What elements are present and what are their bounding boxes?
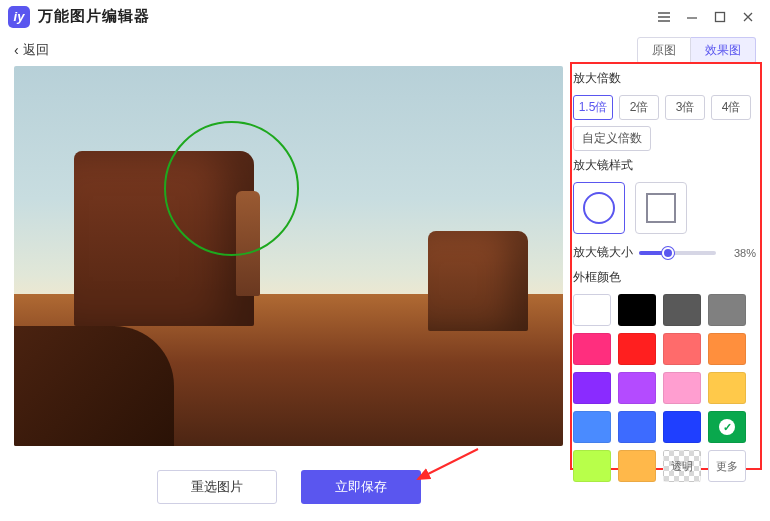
swatch-white[interactable] bbox=[573, 294, 611, 326]
tab-original[interactable]: 原图 bbox=[637, 37, 691, 64]
swatch-violet[interactable] bbox=[618, 372, 656, 404]
swatch-magenta[interactable] bbox=[573, 333, 611, 365]
reselect-button[interactable]: 重选图片 bbox=[157, 470, 277, 504]
toolbar: ‹ 返回 原图 效果图 bbox=[0, 34, 770, 66]
swatch-more[interactable]: 更多 bbox=[708, 450, 746, 482]
swatch-black[interactable] bbox=[618, 294, 656, 326]
swatch-green-selected[interactable]: ✓ bbox=[708, 411, 746, 443]
back-button[interactable]: ‹ 返回 bbox=[14, 41, 49, 59]
size-slider-row: 放大镜大小 38% bbox=[573, 244, 756, 261]
swatch-pink[interactable] bbox=[663, 372, 701, 404]
swatch-orange[interactable] bbox=[708, 333, 746, 365]
canvas-butte-right bbox=[428, 231, 528, 331]
minimize-button[interactable] bbox=[678, 3, 706, 31]
zoom-option-2x[interactable]: 2倍 bbox=[619, 95, 659, 120]
button-row: 重选图片 立即保存 bbox=[14, 470, 563, 504]
swatch-skyblue[interactable] bbox=[573, 411, 611, 443]
title-bar: iy 万能图片编辑器 bbox=[0, 0, 770, 34]
swatch-gold[interactable] bbox=[708, 372, 746, 404]
transparent-label: 透明 bbox=[671, 459, 693, 474]
color-swatches: ✓ 透明 更多 bbox=[573, 294, 756, 482]
canvas-column: 重选图片 立即保存 bbox=[14, 66, 563, 507]
swatch-lime[interactable] bbox=[573, 450, 611, 482]
close-button[interactable] bbox=[734, 3, 762, 31]
size-slider[interactable] bbox=[639, 251, 716, 255]
back-label: 返回 bbox=[23, 41, 49, 59]
style-title: 放大镜样式 bbox=[573, 157, 756, 174]
swatch-salmon[interactable] bbox=[663, 333, 701, 365]
size-percent: 38% bbox=[722, 247, 756, 259]
maximize-button[interactable] bbox=[706, 3, 734, 31]
circle-icon bbox=[583, 192, 615, 224]
shape-circle[interactable] bbox=[573, 182, 625, 234]
zoom-option-4x[interactable]: 4倍 bbox=[711, 95, 751, 120]
chevron-left-icon: ‹ bbox=[14, 42, 19, 58]
swatch-navy[interactable] bbox=[663, 411, 701, 443]
canvas-foreground-rock bbox=[14, 326, 174, 446]
image-canvas[interactable] bbox=[14, 66, 563, 446]
zoom-options: 1.5倍 2倍 3倍 4倍 自定义倍数 bbox=[573, 95, 756, 151]
swatch-purple[interactable] bbox=[573, 372, 611, 404]
swatch-gray[interactable] bbox=[708, 294, 746, 326]
check-icon: ✓ bbox=[719, 419, 735, 435]
save-button[interactable]: 立即保存 bbox=[301, 470, 421, 504]
slider-knob[interactable] bbox=[662, 247, 674, 259]
app-title: 万能图片编辑器 bbox=[38, 7, 150, 26]
tab-result[interactable]: 效果图 bbox=[691, 37, 756, 64]
swatch-blue[interactable] bbox=[618, 411, 656, 443]
main-area: 重选图片 立即保存 放大倍数 1.5倍 2倍 3倍 4倍 自定义倍数 放大镜样式… bbox=[0, 66, 770, 521]
app-logo-icon: iy bbox=[8, 6, 30, 28]
settings-panel: 放大倍数 1.5倍 2倍 3倍 4倍 自定义倍数 放大镜样式 放大镜大小 38%… bbox=[573, 66, 756, 507]
size-label: 放大镜大小 bbox=[573, 244, 633, 261]
swatch-transparent[interactable]: 透明 bbox=[663, 450, 701, 482]
more-label: 更多 bbox=[716, 459, 738, 474]
swatch-red[interactable] bbox=[618, 333, 656, 365]
color-title: 外框颜色 bbox=[573, 269, 756, 286]
square-icon bbox=[646, 193, 676, 223]
magnifier-ring[interactable] bbox=[164, 121, 299, 256]
zoom-option-3x[interactable]: 3倍 bbox=[665, 95, 705, 120]
swatch-amber[interactable] bbox=[618, 450, 656, 482]
menu-button[interactable] bbox=[650, 3, 678, 31]
shape-options bbox=[573, 182, 756, 234]
svg-rect-0 bbox=[716, 12, 725, 21]
view-tabs: 原图 效果图 bbox=[637, 37, 756, 64]
zoom-option-1-5x[interactable]: 1.5倍 bbox=[573, 95, 613, 120]
zoom-option-custom[interactable]: 自定义倍数 bbox=[573, 126, 651, 151]
shape-square[interactable] bbox=[635, 182, 687, 234]
swatch-darkgray[interactable] bbox=[663, 294, 701, 326]
zoom-title: 放大倍数 bbox=[573, 70, 756, 87]
